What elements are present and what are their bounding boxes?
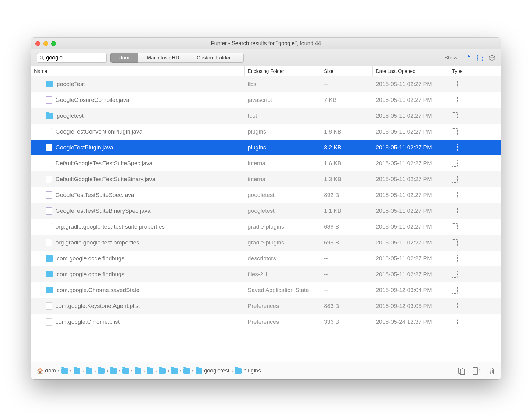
hidden-file-icon [452, 128, 458, 135]
date-opened: 2018-05-11 02:27 PM [373, 97, 449, 103]
result-row[interactable]: GoogleTestTestSuiteSpec.javagoogletest89… [31, 187, 501, 203]
breadcrumb-home-label[interactable]: dom [45, 368, 56, 374]
hidden-file-icon [452, 112, 458, 119]
column-header-size[interactable]: Size [321, 66, 373, 76]
hidden-file-icon [452, 97, 458, 103]
enclosing-folder: internal [245, 160, 321, 167]
result-row[interactable]: googleTestlibs--2018-05-11 02:27 PM [31, 76, 501, 92]
chevron-right-icon: › [192, 368, 194, 374]
file-name: googletest [57, 112, 84, 119]
scope-button-macintosh-hd[interactable]: Macintosh HD [138, 53, 188, 63]
enclosing-folder: test [245, 112, 321, 119]
date-opened: 2018-05-11 02:27 PM [373, 128, 449, 135]
app-window: Funter - Search results for "google", fo… [31, 38, 501, 379]
java-file-icon [46, 191, 52, 199]
date-opened: 2018-05-11 02:27 PM [373, 192, 449, 198]
folder-icon [46, 271, 53, 277]
result-row[interactable]: GoogleTestTestSuiteBinarySpec.javagoogle… [31, 203, 501, 219]
column-header-row: Name Enclosing Folder Size Date Last Ope… [31, 66, 501, 76]
file-name: GoogleTestPlugin.java [56, 144, 113, 151]
folder-icon[interactable] [171, 368, 178, 374]
hidden-file-icon [452, 208, 458, 214]
search-input[interactable] [46, 55, 117, 61]
home-icon[interactable]: 🏠 [37, 368, 43, 374]
search-field[interactable]: ✕ [37, 53, 107, 63]
column-header-date[interactable]: Date Last Opened [373, 66, 449, 76]
result-row[interactable]: org.gradle.google-test.propertiesgradle-… [31, 235, 501, 251]
date-opened: 2018-05-11 02:27 PM [373, 271, 449, 278]
breadcrumb-label[interactable]: plugins [243, 368, 261, 374]
result-row[interactable]: com.google.Chrome.plistPreferences336 B2… [31, 314, 501, 330]
hidden-file-icon [452, 303, 458, 309]
date-opened: 2018-05-11 02:27 PM [373, 144, 449, 151]
result-row[interactable]: com.google.Keystone.Agent.plistPreferenc… [31, 298, 501, 314]
result-row[interactable]: com.google.Chrome.savedStateSaved Applic… [31, 282, 501, 298]
date-opened: 2018-05-11 02:27 PM [373, 176, 449, 183]
date-opened: 2018-09-12 03:05 PM [373, 303, 449, 309]
file-name: org.gradle.google-test-test-suite.proper… [56, 223, 165, 230]
folder-icon[interactable] [183, 368, 190, 374]
column-header-type[interactable]: Type [449, 66, 501, 76]
folder-icon[interactable] [122, 368, 129, 374]
result-row[interactable]: GoogleTestPlugin.javaplugins3.2 KB2018-0… [31, 140, 501, 155]
folder-icon[interactable] [159, 368, 166, 374]
enclosing-folder: gradle-plugins [245, 223, 321, 230]
result-row[interactable]: com.google.code.findbugsfiles-2.1--2018-… [31, 266, 501, 282]
reveal-in-finder-button[interactable] [472, 367, 481, 375]
folder-icon[interactable] [235, 368, 242, 374]
show-hidden-files-toggle[interactable] [476, 54, 483, 62]
result-row[interactable]: GoogleTestConventionPlugin.javaplugins1.… [31, 124, 501, 140]
enclosing-folder: internal [245, 176, 321, 183]
chevron-right-icon: › [131, 368, 133, 374]
enclosing-folder: Saved Application State [245, 287, 321, 294]
scope-button-custom-folder[interactable]: Custom Folder... [188, 53, 244, 63]
chevron-right-icon: › [58, 368, 59, 374]
chevron-right-icon: › [167, 368, 169, 374]
column-header-name[interactable]: Name [31, 66, 245, 76]
file-name: GoogleClosureCompiler.java [56, 97, 129, 103]
breadcrumb-label[interactable]: googletest [204, 368, 229, 374]
enclosing-folder: plugins [245, 144, 321, 151]
file-name: GoogleTestTestSuiteSpec.java [56, 192, 134, 198]
breadcrumb[interactable]: 🏠 dom›››››››››››› googletest› plugins [37, 368, 261, 374]
svg-rect-4 [473, 368, 478, 374]
toolbar: ✕ dom Macintosh HD Custom Folder... Show… [31, 49, 501, 66]
scope-button-dom[interactable]: dom [110, 53, 138, 63]
chevron-right-icon: › [70, 368, 72, 374]
chevron-right-icon: › [231, 368, 233, 374]
folder-icon[interactable] [61, 368, 68, 374]
file-size: 1.3 KB [321, 176, 373, 183]
file-size: 3.2 KB [321, 144, 373, 151]
folder-icon[interactable] [98, 368, 105, 374]
folder-icon[interactable] [196, 368, 202, 374]
result-row[interactable]: DefaultGoogleTestTestSuiteSpec.javainter… [31, 155, 501, 171]
file-size: 689 B [321, 223, 373, 230]
result-row[interactable]: googletesttest--2018-05-11 02:27 PM [31, 108, 501, 124]
column-header-enclosing[interactable]: Enclosing Folder [245, 66, 321, 76]
result-row[interactable]: GoogleClosureCompiler.javajavascript7 KB… [31, 92, 501, 108]
result-row[interactable]: org.gradle.google-test-test-suite.proper… [31, 219, 501, 235]
enclosing-folder: googletest [245, 208, 321, 214]
trash-button[interactable] [488, 367, 495, 375]
chevron-right-icon: › [155, 368, 157, 374]
folder-icon[interactable] [135, 368, 141, 374]
result-row[interactable]: DefaultGoogleTestTestSuiteBinary.javaint… [31, 171, 501, 187]
date-opened: 2018-05-11 02:27 PM [373, 255, 449, 262]
date-opened: 2018-05-11 02:27 PM [373, 208, 449, 214]
folder-icon[interactable] [74, 368, 80, 374]
file-name: googleTest [57, 81, 85, 87]
result-row[interactable]: com.google.code.findbugsdescriptors--201… [31, 251, 501, 266]
show-visible-files-toggle[interactable] [464, 54, 471, 62]
date-opened: 2018-09-12 03:04 PM [373, 287, 449, 294]
show-packages-toggle[interactable] [489, 54, 495, 62]
folder-icon[interactable] [110, 368, 117, 374]
file-size: 699 B [321, 239, 373, 246]
copy-button[interactable] [458, 367, 466, 375]
folder-icon[interactable] [86, 368, 92, 374]
java-file-icon [46, 207, 52, 215]
java-file-icon [46, 176, 52, 183]
date-opened: 2018-05-11 02:27 PM [373, 112, 449, 119]
file-icon [46, 302, 52, 310]
folder-icon[interactable] [147, 368, 153, 374]
hidden-file-icon [452, 81, 458, 87]
